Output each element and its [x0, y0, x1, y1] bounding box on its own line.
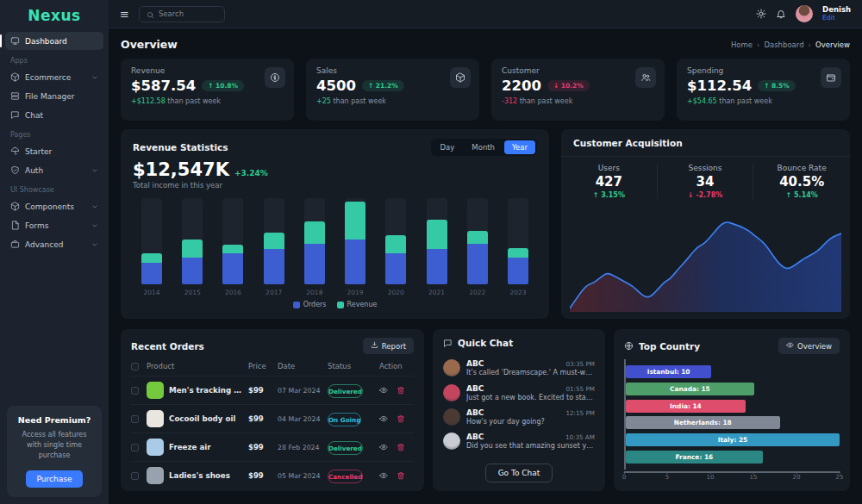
cube-icon	[10, 202, 20, 211]
chat-avatar	[443, 359, 460, 376]
sidebar-item-dashboard[interactable]: Dashboard	[5, 32, 103, 50]
sidebar-item-starter[interactable]: Starter	[5, 142, 103, 160]
breadcrumb-item-dashboard[interactable]: Dashboard	[764, 40, 803, 49]
sidebar-item-ecommerce[interactable]: Ecommerce	[5, 68, 103, 86]
bar-column-2023: 2023	[508, 198, 528, 296]
chat-message-body: ABC03:35 PMIt's called 'Dreamscape.' A m…	[466, 359, 595, 377]
breadcrumb-item-home[interactable]: Home	[731, 40, 753, 49]
product-name: Freeze air	[169, 443, 211, 451]
metric-value: 427	[561, 174, 657, 190]
status-badge: Delivered	[328, 384, 363, 398]
sidebar-item-auth[interactable]: Auth	[5, 161, 103, 179]
stat-card-value-row: $587.54↑ 10.8%	[131, 78, 284, 94]
revenue-bar-segment	[182, 240, 203, 258]
search-input[interactable]	[159, 9, 217, 18]
app-logo: Nexus	[0, 0, 109, 32]
revenue-statistics-title: Revenue Statistics	[133, 142, 228, 152]
view-eye-icon[interactable]	[379, 414, 388, 423]
metric-label: Users	[561, 164, 657, 172]
go-to-chat-button[interactable]: Go To Chat	[485, 464, 553, 482]
legend-item-orders: Orders	[293, 301, 327, 308]
report-button[interactable]: Report	[363, 338, 414, 354]
chat-message-text: It's called 'Dreamscape.' A must-watch!	[466, 369, 595, 377]
orders-bar-segment	[141, 263, 162, 284]
delete-trash-icon[interactable]	[397, 443, 405, 451]
customer-acquisition-card: Customer Acquisition Users427↑ 3.15%Sess…	[561, 129, 850, 319]
shield-icon	[10, 165, 20, 175]
delete-trash-icon[interactable]	[397, 386, 405, 395]
revenue-bar-segment	[345, 202, 365, 240]
legend-swatch	[337, 302, 344, 308]
price-cell: $99	[248, 443, 278, 451]
country-bar-chart: Istanbul: 10Canada: 15India: 14Netherlan…	[624, 359, 840, 470]
axis-tick-0: 0	[622, 474, 626, 481]
status-cell: Delivered	[328, 443, 379, 451]
country-bar-canada: Canada: 15	[626, 383, 754, 395]
row-checkbox[interactable]	[131, 387, 139, 395]
stat-card-delta: +$112.58 than past week	[131, 97, 284, 105]
column-header-action: Action	[379, 362, 414, 370]
row-checkbox[interactable]	[131, 444, 139, 451]
view-eye-icon[interactable]	[379, 386, 388, 395]
bar-track	[467, 198, 488, 284]
bar-column-2014: 2014	[141, 198, 162, 296]
column-header-price: Price	[248, 362, 278, 370]
bar-year-label: 2021	[428, 289, 445, 296]
view-eye-icon[interactable]	[379, 443, 388, 451]
status-badge: Delivered	[328, 441, 363, 455]
delete-trash-icon[interactable]	[397, 471, 405, 480]
metric-change: ↑ 3.15%	[561, 191, 657, 199]
period-tabs: DayMonthYear	[431, 139, 537, 156]
chat-message-body: ABC01:55 PMJust got a new book. Excited …	[466, 384, 595, 402]
chevron-down-icon	[91, 241, 98, 248]
tab-year[interactable]: Year	[504, 140, 535, 154]
chat-message-text: How's your day going?	[466, 418, 595, 426]
user-menu[interactable]: Denish Edit	[822, 6, 851, 22]
tab-month[interactable]: Month	[464, 140, 503, 154]
search-box[interactable]	[139, 6, 225, 22]
status-cell: Cancelled	[328, 471, 379, 480]
bar-column-2022: 2022	[467, 198, 488, 296]
bar-track	[264, 198, 284, 284]
overview-button[interactable]: Overview	[778, 338, 840, 354]
revenue-bar-segment	[304, 221, 325, 244]
tab-day[interactable]: Day	[433, 140, 463, 154]
hamburger-menu-icon[interactable]: ≡	[120, 9, 129, 20]
chat-message-top: ABC10:35 AM	[466, 432, 595, 441]
cube-icon	[10, 72, 20, 82]
chat-message-text: Just got a new book. Excited to start re…	[466, 394, 595, 402]
notifications-bell-icon[interactable]	[776, 9, 786, 19]
user-edit-link[interactable]: Edit	[822, 15, 851, 22]
revenue-bar-chart: 2014201520162017201820192020202120222023	[133, 198, 537, 296]
view-eye-icon[interactable]	[379, 471, 388, 480]
sidebar-item-chat[interactable]: Chat	[5, 106, 103, 124]
sidebar-item-components[interactable]: Components	[5, 197, 103, 215]
row-checkbox[interactable]	[131, 472, 139, 480]
sidebar-item-advanced[interactable]: Advanced	[5, 235, 103, 253]
revenue-bar-segment	[467, 231, 488, 244]
legend-label: Revenue	[347, 301, 378, 308]
sidebar-item-label: Starter	[25, 147, 52, 156]
stat-card-delta: +$54.65 than past week	[687, 97, 840, 105]
revenue-total-row: $12,547K +3.24%	[133, 159, 537, 180]
eye-icon	[786, 341, 794, 351]
overview-button-label: Overview	[797, 342, 832, 351]
purchase-button[interactable]: Purchase	[26, 470, 84, 488]
delete-trash-icon[interactable]	[397, 414, 405, 423]
acquisition-metric-sessions: Sessions34↓ -2.78%	[658, 164, 754, 199]
bar-column-2019: 2019	[345, 198, 365, 296]
orders-bar-segment	[182, 258, 203, 284]
country-bar-india: India: 14	[626, 400, 746, 413]
theme-toggle-sun-icon[interactable]	[756, 9, 766, 19]
orders-bar-segment	[345, 240, 365, 284]
premium-box: Need Premium? Access all features with s…	[7, 406, 102, 497]
row-checkbox[interactable]	[131, 415, 139, 423]
stat-card-badge: ↑ 10.8%	[202, 80, 244, 91]
sidebar-item-file-manager[interactable]: File Manager	[5, 87, 103, 105]
sidebar-section-pages: Pages	[5, 125, 103, 142]
stat-card-delta-note: than past week	[166, 97, 221, 105]
bar-year-label: 2022	[469, 289, 485, 296]
sidebar-item-forms[interactable]: Forms	[5, 216, 103, 234]
select-all-checkbox[interactable]	[131, 363, 139, 370]
user-avatar[interactable]	[796, 5, 813, 22]
